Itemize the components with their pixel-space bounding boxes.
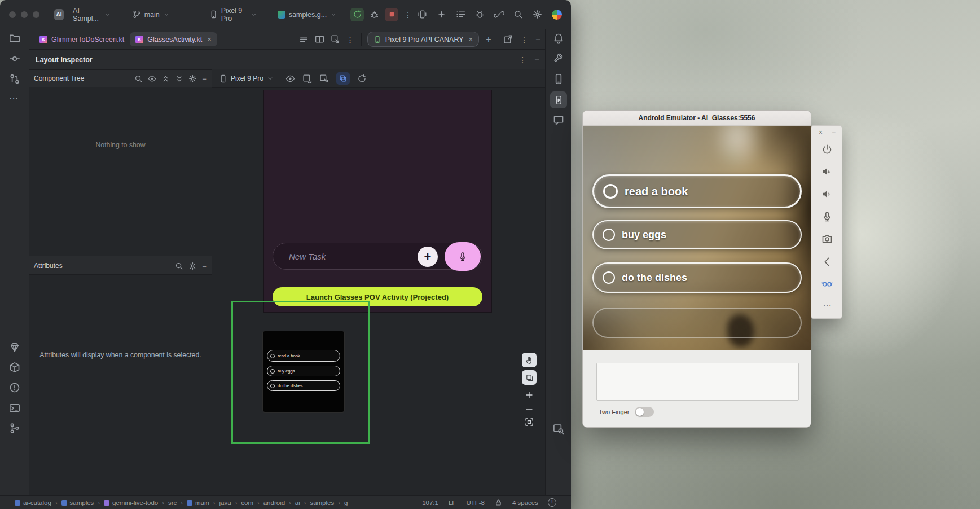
zoom-in-button[interactable]	[522, 388, 537, 402]
volume-down-icon[interactable]	[821, 188, 833, 200]
add-task-button[interactable]: +	[418, 247, 438, 267]
project-selector[interactable]: AI Sampl...	[69, 5, 115, 25]
breadcrumb-item[interactable]: com	[241, 499, 253, 506]
breadcrumb-item[interactable]: samples	[61, 499, 94, 506]
tab-glimmertodoscreen[interactable]: K GlimmerToDoScreen.kt	[34, 33, 130, 46]
snapshot-icon[interactable]	[302, 74, 312, 84]
todo-pill[interactable]: buy eggs	[592, 220, 802, 249]
render-device-selector[interactable]: Pixel 9 Pro	[219, 74, 274, 83]
version-control-icon[interactable]	[9, 423, 20, 434]
pane-more-icon[interactable]: ⋮	[520, 36, 528, 43]
tab-glassesactivity[interactable]: K GlassesActivity.kt ×	[130, 32, 217, 46]
layout-inspector-icon[interactable]	[553, 423, 564, 435]
cursor-position[interactable]: 107:1	[422, 499, 438, 506]
pan-mode-button[interactable]	[522, 353, 537, 367]
stop-button[interactable]	[385, 8, 398, 21]
toggle-3d-mode-active[interactable]	[336, 72, 350, 85]
project-folder-icon[interactable]	[9, 33, 20, 44]
power-button-icon[interactable]	[821, 144, 833, 155]
run-configuration-selector[interactable]: samples.g...	[274, 8, 340, 21]
problems-indicator[interactable]: !	[548, 498, 556, 507]
profiler-icon[interactable]	[370, 10, 379, 19]
running-devices-tool-active[interactable]	[550, 91, 567, 108]
camera-icon[interactable]	[821, 234, 833, 245]
gear-icon[interactable]	[188, 262, 197, 270]
export-screenshot-icon[interactable]	[319, 74, 329, 84]
device-selector[interactable]: Pixel 9 Pro	[206, 5, 261, 25]
breadcrumb-item[interactable]: src	[168, 499, 177, 506]
branch-selector[interactable]: main	[129, 8, 173, 21]
todo-pill-focused[interactable]: read a book	[592, 174, 802, 208]
problems-icon[interactable]	[9, 382, 20, 393]
terminal-icon[interactable]	[9, 402, 20, 414]
gear-icon[interactable]	[188, 74, 197, 83]
inspector-more-icon[interactable]: ⋮	[518, 56, 526, 64]
open-in-window-icon[interactable]	[503, 34, 513, 44]
breadcrumb-item[interactable]: g	[344, 499, 348, 506]
new-task-input[interactable]: New Task +	[273, 243, 482, 270]
close-tab-icon[interactable]: ×	[207, 35, 212, 43]
close-tab-icon[interactable]: ×	[469, 35, 473, 43]
zoom-window-button[interactable]	[33, 11, 39, 18]
smart-glasses-icon[interactable]	[821, 278, 833, 289]
build-icon[interactable]	[9, 362, 20, 373]
hide-panel-icon[interactable]: −	[202, 262, 207, 270]
microphone-icon[interactable]	[821, 211, 833, 222]
close-window-button[interactable]	[9, 11, 16, 18]
minimize-window-button[interactable]	[21, 11, 28, 18]
glasses-pov-view[interactable]: read a book buy eggs do the dishes	[583, 126, 811, 350]
device-mirroring-icon[interactable]	[418, 10, 427, 19]
volume-up-icon[interactable]	[821, 166, 833, 177]
close-icon[interactable]: ×	[819, 129, 823, 136]
pull-requests-icon[interactable]	[9, 73, 20, 85]
file-encoding[interactable]: UTF-8	[466, 499, 485, 506]
breadcrumb-item[interactable]: samples	[310, 499, 334, 506]
editor-more-icon[interactable]: ⋮	[346, 36, 354, 43]
more-options-icon[interactable]: ⋯	[821, 301, 833, 313]
lock-icon[interactable]	[495, 499, 502, 506]
voice-input-button[interactable]	[445, 242, 481, 271]
profile-avatar[interactable]	[552, 10, 562, 20]
tab-running-device[interactable]: Pixel 9 Pro API CANARY ×	[367, 32, 479, 47]
breadcrumb-item[interactable]: java	[219, 499, 231, 506]
two-finger-toggle[interactable]	[635, 407, 654, 417]
ai-assistant-icon[interactable]	[437, 10, 446, 19]
emulator-titlebar[interactable]: Android Emulator - AI_Glasses:5556	[583, 111, 811, 126]
breadcrumb-item[interactable]: ai	[295, 499, 300, 506]
line-ending[interactable]: LF	[449, 499, 456, 506]
settings-gear-icon[interactable]	[533, 10, 542, 19]
app-insights-icon[interactable]	[553, 115, 564, 126]
gemini-icon[interactable]	[9, 341, 20, 353]
more-actions-icon[interactable]: ⋮	[404, 11, 412, 19]
collapse-all-icon[interactable]	[175, 74, 183, 83]
indent-setting[interactable]: 4 spaces	[512, 499, 538, 506]
commit-icon[interactable]	[9, 53, 20, 64]
expand-all-icon[interactable]	[161, 74, 170, 83]
minimize-icon[interactable]: −	[832, 129, 836, 136]
add-device-tab-icon[interactable]: +	[486, 35, 491, 44]
view-options-icon[interactable]	[299, 34, 309, 44]
hide-pane-icon[interactable]: −	[535, 35, 540, 43]
todo-list-icon[interactable]	[456, 10, 465, 19]
notifications-bell-icon[interactable]	[553, 33, 564, 44]
layer-spacing-button[interactable]	[522, 370, 537, 385]
zoom-to-fit-button[interactable]	[522, 415, 537, 429]
device-manager-icon[interactable]	[553, 73, 564, 85]
rerun-button[interactable]	[350, 8, 364, 21]
more-tool-windows-icon[interactable]: ⋯	[9, 94, 20, 105]
todo-pill[interactable]: do the dishes	[592, 262, 802, 293]
touchpad-area[interactable]	[596, 363, 799, 401]
back-button-icon[interactable]	[821, 256, 833, 267]
visibility-eye-icon[interactable]	[148, 74, 156, 83]
search-icon[interactable]	[134, 74, 143, 83]
link-icon[interactable]	[494, 10, 504, 19]
breadcrumb-item[interactable]: android	[263, 499, 285, 506]
inspector-hide-icon[interactable]: −	[534, 55, 539, 64]
breadcrumb-item[interactable]: gemini-live-todo	[104, 499, 158, 506]
gradle-icon[interactable]	[553, 53, 564, 64]
search-icon[interactable]	[513, 10, 523, 19]
visibility-eye-icon[interactable]	[285, 74, 295, 84]
breadcrumb-item[interactable]: main	[187, 499, 209, 506]
split-editor-icon[interactable]	[315, 34, 324, 44]
breadcrumb-item[interactable]: ai-catalog	[15, 499, 51, 506]
